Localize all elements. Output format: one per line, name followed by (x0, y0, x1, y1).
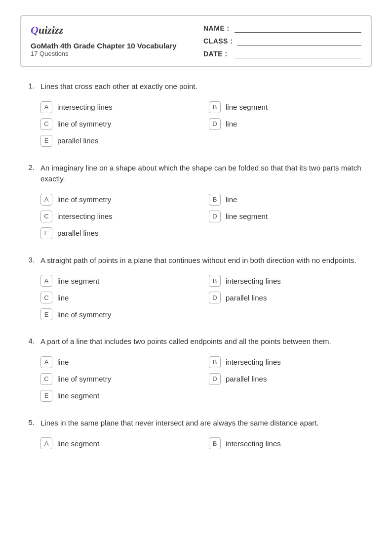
question-1-text: Lines that cross each other at exactly o… (40, 81, 197, 92)
question-2-option-c[interactable]: Cintersecting lines (40, 211, 199, 222)
option-text-1-b: line segment (226, 103, 268, 111)
option-text-1-e: parallel lines (57, 136, 98, 145)
class-line (237, 37, 362, 45)
question-2-option-d[interactable]: Dline segment (209, 211, 367, 222)
option-text-4-b: intersecting lines (226, 358, 281, 366)
question-1-number: 1. (25, 81, 35, 90)
option-letter-d: D (209, 118, 221, 130)
question-3-number: 3. (25, 255, 35, 264)
question-3-header: 3.A straight path of points in a plane t… (25, 255, 367, 266)
question-2: 2.An imaginary line on a shape about whi… (25, 163, 367, 239)
option-text-2-b: line (226, 195, 237, 204)
question-3-options: Aline segmentBintersecting linesClineDpa… (25, 275, 367, 320)
question-3-option-c[interactable]: Cline (40, 292, 199, 303)
class-label: CLASS : (203, 37, 233, 45)
question-5-option-b[interactable]: Bintersecting lines (209, 437, 367, 449)
option-letter-b: B (209, 437, 221, 449)
question-2-option-b[interactable]: Bline (209, 194, 367, 206)
option-letter-a: A (40, 437, 52, 449)
question-5-number: 5. (25, 418, 35, 427)
name-label: NAME : (203, 24, 231, 32)
option-text-5-a: line segment (57, 439, 99, 448)
option-letter-b: B (209, 101, 221, 113)
option-letter-a: A (40, 356, 52, 368)
option-text-3-e: line of symmetry (57, 310, 111, 319)
question-2-number: 2. (25, 163, 35, 171)
question-1-option-e[interactable]: Eparallel lines (40, 135, 367, 147)
question-4-option-c[interactable]: Cline of symmetry (40, 373, 199, 385)
option-letter-c: C (40, 373, 52, 385)
option-text-1-d: line (226, 120, 237, 128)
option-letter-e: E (40, 308, 52, 320)
option-letter-d: D (209, 292, 221, 303)
header-left: Q uizizz GoMath 4th Grade Chapter 10 Voc… (31, 24, 177, 57)
question-5-text: Lines in the same plane that never inter… (40, 418, 319, 429)
option-letter-b: B (209, 356, 221, 368)
question-2-option-a[interactable]: Aline of symmetry (40, 194, 199, 206)
question-1: 1.Lines that cross each other at exactly… (25, 81, 367, 147)
option-text-2-d: line segment (226, 212, 268, 220)
option-letter-a: A (40, 101, 52, 113)
option-letter-b: B (209, 275, 221, 287)
option-text-5-b: intersecting lines (226, 439, 281, 448)
option-text-3-c: line (57, 294, 69, 302)
class-field-row: CLASS : (203, 37, 361, 45)
logo-q: Q (31, 24, 39, 37)
question-1-option-c[interactable]: Cline of symmetry (40, 118, 199, 130)
question-1-option-a[interactable]: Aintersecting lines (40, 101, 199, 113)
option-letter-a: A (40, 275, 52, 287)
question-5-header: 5.Lines in the same plane that never int… (25, 418, 367, 429)
question-1-option-d[interactable]: Dline (209, 118, 367, 130)
question-1-options: Aintersecting linesBline segmentCline of… (25, 101, 367, 147)
option-text-1-c: line of symmetry (57, 120, 111, 128)
question-5-option-a[interactable]: Aline segment (40, 437, 199, 449)
option-text-3-b: intersecting lines (226, 277, 281, 285)
option-text-2-a: line of symmetry (57, 195, 111, 204)
option-letter-d: D (209, 211, 221, 222)
header-right: NAME : CLASS : DATE : (203, 24, 361, 58)
question-2-text: An imaginary line on a shape about which… (40, 163, 367, 185)
question-5: 5.Lines in the same plane that never int… (25, 418, 367, 450)
question-4-option-e[interactable]: Eline segment (40, 390, 367, 402)
option-letter-c: C (40, 211, 52, 222)
question-3-option-e[interactable]: Eline of symmetry (40, 308, 367, 320)
question-3-option-a[interactable]: Aline segment (40, 275, 199, 287)
question-4-text: A part of a line that includes two point… (40, 336, 331, 347)
question-5-options: Aline segmentBintersecting lines (25, 437, 367, 449)
option-letter-e: E (40, 135, 52, 147)
question-4-option-b[interactable]: Bintersecting lines (209, 356, 367, 368)
option-text-2-e: parallel lines (57, 229, 98, 237)
header: Q uizizz GoMath 4th Grade Chapter 10 Voc… (20, 15, 372, 67)
name-line (235, 24, 361, 33)
worksheet-title: GoMath 4th Grade Chapter 10 Vocabulary (31, 42, 177, 50)
question-2-header: 2.An imaginary line on a shape about whi… (25, 163, 367, 185)
option-text-1-a: intersecting lines (57, 103, 113, 111)
option-letter-c: C (40, 118, 52, 130)
question-2-option-e[interactable]: Eparallel lines (40, 227, 367, 239)
option-letter-b: B (209, 194, 221, 206)
option-text-4-e: line segment (57, 391, 99, 400)
option-text-3-d: parallel lines (226, 294, 267, 302)
option-text-3-a: line segment (57, 277, 99, 285)
question-1-option-b[interactable]: Bline segment (209, 101, 367, 113)
name-field-row: NAME : (203, 24, 361, 33)
question-4-option-d[interactable]: Dparallel lines (209, 373, 367, 385)
question-2-options: Aline of symmetryBlineCintersecting line… (25, 194, 367, 239)
option-letter-d: D (209, 373, 221, 385)
date-line (235, 49, 361, 58)
option-letter-a: A (40, 194, 52, 206)
question-4-options: AlineBintersecting linesCline of symmetr… (25, 356, 367, 402)
option-text-4-d: parallel lines (226, 375, 267, 383)
option-text-2-c: intersecting lines (57, 212, 113, 220)
question-4-header: 4.A part of a line that includes two poi… (25, 336, 367, 347)
questions-container: 1.Lines that cross each other at exactly… (20, 81, 372, 449)
question-3-text: A straight path of points in a plane tha… (40, 255, 356, 266)
question-3: 3.A straight path of points in a plane t… (25, 255, 367, 321)
worksheet-subtitle: 17 Questions (31, 50, 177, 57)
question-4: 4.A part of a line that includes two poi… (25, 336, 367, 402)
logo-rest: uizizz (39, 24, 63, 37)
question-3-option-b[interactable]: Bintersecting lines (209, 275, 367, 287)
question-3-option-d[interactable]: Dparallel lines (209, 292, 367, 303)
question-4-option-a[interactable]: Aline (40, 356, 199, 368)
option-letter-c: C (40, 292, 52, 303)
